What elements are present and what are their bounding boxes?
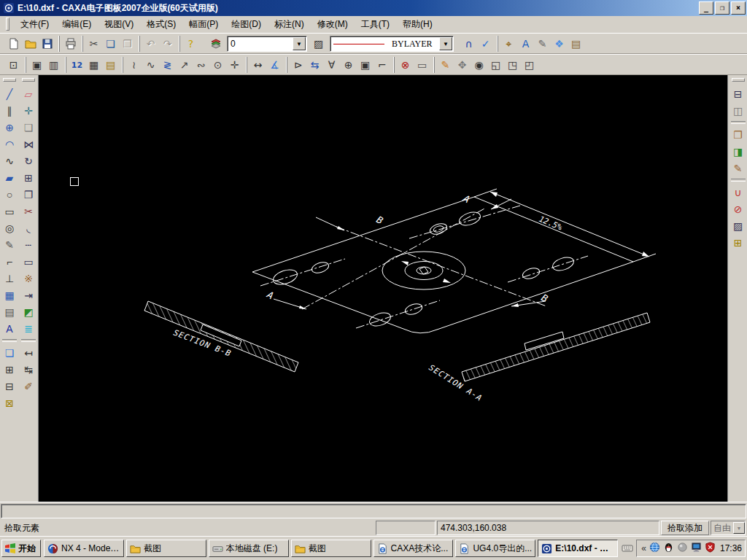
- select-mode-arrow[interactable]: ▼: [733, 522, 745, 534]
- hatch-pen-button[interactable]: ✎: [1, 236, 18, 253]
- section-hatch-button[interactable]: ▨: [729, 217, 747, 234]
- mirror-button[interactable]: ⋈: [20, 136, 37, 152]
- help-button[interactable]: ?: [182, 36, 199, 52]
- dim-step-button[interactable]: ⌐: [374, 57, 390, 73]
- drawing-canvas[interactable]: B A A B 12.5% SECTION B-B SECTION A-A: [38, 75, 728, 502]
- input-method-icon[interactable]: [620, 540, 635, 556]
- rotate-button[interactable]: ↻: [20, 152, 37, 169]
- task-button-caxa-forum[interactable]: CAXA技术论...: [374, 540, 454, 557]
- stretch-box-button[interactable]: ▭: [20, 253, 37, 270]
- polyline-edit-button[interactable]: ≀: [125, 57, 142, 73]
- format-brush-button[interactable]: ✐: [20, 378, 37, 394]
- toolbar-grip[interactable]: [732, 78, 745, 82]
- check-drawing-button[interactable]: ⊗: [397, 57, 414, 73]
- move-button[interactable]: ✛: [20, 102, 37, 119]
- menu-draw[interactable]: 绘图(D): [225, 17, 268, 32]
- menu-modify[interactable]: 修改(M): [311, 17, 355, 32]
- antivirus-shield-tray-icon[interactable]: [703, 542, 717, 555]
- copy-button[interactable]: ❏: [102, 36, 119, 52]
- ellipse-button[interactable]: ○: [1, 186, 18, 203]
- array-button[interactable]: ⊞: [20, 169, 37, 186]
- dim-linear-button[interactable]: ↔: [249, 57, 266, 73]
- dim-datum-button[interactable]: ⇆: [306, 57, 323, 73]
- qq-messenger-tray-icon[interactable]: [662, 542, 676, 555]
- task-button-nx[interactable]: NX 4 - Modelin...: [44, 540, 124, 557]
- rectangle-button[interactable]: ▭: [1, 203, 18, 219]
- linetype-combobox[interactable]: BYLAYER ▼: [330, 36, 454, 52]
- paste-button[interactable]: ❐: [119, 36, 136, 52]
- menu-edit[interactable]: 编辑(E): [55, 17, 98, 32]
- label-tag-1-button[interactable]: ⊞: [1, 361, 18, 378]
- extend-button[interactable]: ⇥: [20, 287, 37, 303]
- solid-fill-button[interactable]: ▰: [1, 169, 18, 186]
- zoom-dynamic-button[interactable]: ◉: [471, 57, 487, 73]
- toolbar-grip[interactable]: [22, 78, 35, 82]
- arrow-line-button[interactable]: ↗: [176, 57, 193, 73]
- zoom-previous-button[interactable]: ◰: [521, 57, 538, 73]
- chamfer-button[interactable]: ⌐: [1, 253, 18, 270]
- open-button[interactable]: [22, 36, 39, 52]
- dim-tolerance-button[interactable]: ∀: [323, 57, 340, 73]
- spline-button[interactable]: ∿: [1, 152, 18, 169]
- linetype-combobox-arrow[interactable]: ▼: [439, 37, 452, 50]
- print-button[interactable]: [62, 36, 79, 52]
- zoom-window-button[interactable]: ◱: [487, 57, 504, 73]
- cut-button[interactable]: ✂: [85, 36, 102, 52]
- menu-help[interactable]: 帮助(H): [396, 17, 439, 32]
- task-button-ug-export[interactable]: UG4.0导出的...: [455, 540, 535, 557]
- zigzag-line-button[interactable]: ≷: [159, 57, 176, 73]
- trim-scissors-button[interactable]: ✂: [20, 203, 37, 219]
- dim-angular-button[interactable]: ∡: [266, 57, 283, 73]
- block-modify-button[interactable]: ✎: [729, 160, 747, 176]
- minimize-button[interactable]: _: [699, 1, 713, 15]
- line-button[interactable]: ╱: [1, 85, 18, 102]
- arc-button[interactable]: ◠: [1, 136, 18, 152]
- break-line-button[interactable]: ┄: [20, 236, 37, 253]
- dim-circle-button[interactable]: ⊕: [340, 57, 357, 73]
- block-new-button[interactable]: ⊞: [729, 234, 747, 251]
- ruler-measure-button[interactable]: ▭: [414, 57, 430, 73]
- close-button[interactable]: ×: [731, 1, 746, 15]
- snap-point-button[interactable]: ✓: [477, 36, 494, 52]
- menu-grip[interactable]: [6, 18, 9, 31]
- wave-line-button[interactable]: ∿: [142, 57, 159, 73]
- text-frame-button[interactable]: ▥: [45, 57, 62, 73]
- table-text-button[interactable]: ▦: [85, 57, 102, 73]
- save-button[interactable]: [39, 36, 55, 52]
- start-button[interactable]: 开始: [1, 540, 41, 557]
- task-button-screenshot-1[interactable]: 截图: [126, 540, 206, 557]
- menu-format[interactable]: 格式(S): [140, 17, 182, 32]
- dim-frame-button[interactable]: ▣: [357, 57, 374, 73]
- label-tag-3-button[interactable]: ⊠: [1, 394, 18, 411]
- fillet-button[interactable]: ◟: [20, 219, 37, 236]
- contour-fill-button[interactable]: ∾: [193, 57, 209, 73]
- layer-manager-button[interactable]: [207, 36, 224, 52]
- layer-combobox-arrow[interactable]: ▼: [293, 37, 306, 50]
- dim-drive-button[interactable]: ↹: [20, 361, 37, 378]
- task-button-screenshot-2[interactable]: 截图: [291, 540, 371, 557]
- erase-button[interactable]: ▱: [20, 85, 37, 102]
- cross-point-button[interactable]: ✛: [226, 57, 243, 73]
- menu-file[interactable]: 文件(F): [14, 17, 55, 32]
- task-button-local-disk-e[interactable]: 本地磁盘 (E:): [209, 540, 289, 557]
- sketch-pencil-button[interactable]: ✎: [437, 57, 454, 73]
- label-tag-2-button[interactable]: ⊟: [1, 378, 18, 394]
- menu-dimension[interactable]: 标注(N): [268, 17, 311, 32]
- find-text-button[interactable]: A: [517, 36, 534, 52]
- explode-button[interactable]: ※: [20, 270, 37, 287]
- block-edit-button[interactable]: ◩: [20, 303, 37, 320]
- tray-expand-button[interactable]: «: [641, 543, 646, 553]
- select-mode-combobox[interactable]: 自由 ▼: [711, 521, 746, 535]
- zoom-extents-button[interactable]: ⊡: [5, 57, 22, 73]
- block-hide-button[interactable]: ⊟: [729, 85, 747, 102]
- network-globe-tray-icon[interactable]: [648, 542, 662, 555]
- text-button[interactable]: A: [1, 320, 18, 337]
- new-button[interactable]: [5, 36, 22, 52]
- dynamic-pan-button[interactable]: ⌖: [500, 36, 517, 52]
- menu-paper[interactable]: 幅面(P): [182, 17, 225, 32]
- dim-leader-button[interactable]: ⊳: [290, 57, 306, 73]
- axis-line-button[interactable]: ⊥: [1, 270, 18, 287]
- offset-button[interactable]: ❐: [20, 186, 37, 203]
- redo-button[interactable]: ↷: [159, 36, 176, 52]
- parallel-line-button[interactable]: ∥: [1, 102, 18, 119]
